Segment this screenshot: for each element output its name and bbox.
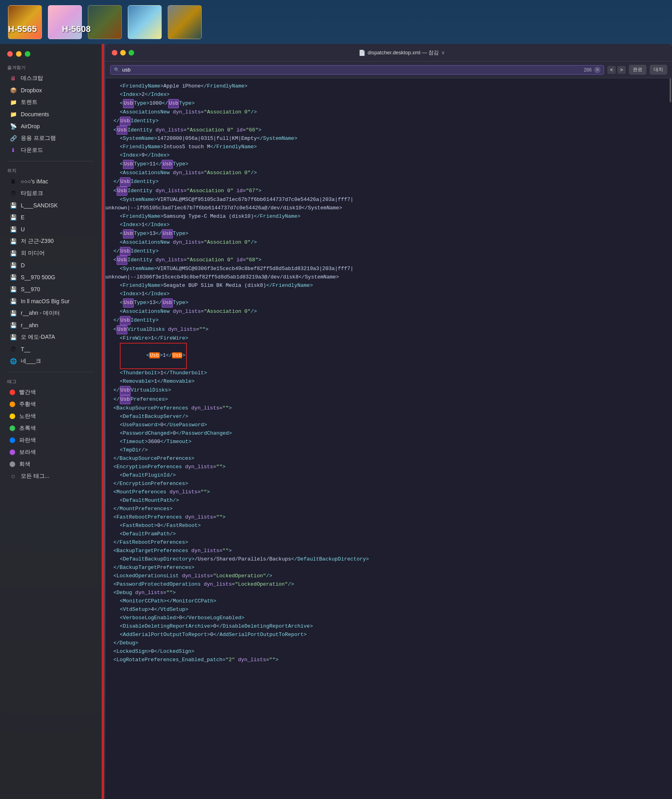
sidebar-item-timeloc[interactable]: ⏱ 타임로크: [2, 187, 99, 199]
sidebar-item-ode[interactable]: 💾 오 에도-DATA: [2, 331, 99, 343]
sidebar-label-sandisk: L___SANDISK: [21, 202, 92, 209]
sidebar-label-torrent: 토렌트: [21, 99, 92, 106]
tag-dot-yellow: [10, 413, 15, 419]
sidebar-item-downloads[interactable]: ⬇ 다운로드: [2, 144, 99, 156]
rahn-icon: 💾: [10, 322, 17, 329]
editor-maximize-button[interactable]: [129, 50, 134, 56]
sidebar-item-rahn-data[interactable]: 💾 r__ahn - 데이터: [2, 307, 99, 319]
documents-icon: 📁: [10, 111, 17, 118]
finder-sidebar: 즐겨찾기 🖥 데스크탑 📦 Dropbox 📁 토렌트 📁 Documents …: [0, 44, 102, 799]
resize-handle[interactable]: [102, 44, 104, 799]
code-line: <FireWire>1</FireWire>: [105, 334, 672, 343]
macos-icon: 💾: [10, 298, 17, 305]
code-line: <UsbType>11</UsbType>: [105, 160, 672, 169]
sidebar-tag-gray[interactable]: 회색: [2, 458, 99, 470]
code-line: </MountPreferences>: [105, 505, 672, 513]
sidebar-label-tag-gray: 회색: [19, 461, 92, 468]
code-line: <Index>2</Index>: [105, 91, 672, 99]
scrollbar-indicator[interactable]: [670, 78, 671, 102]
code-line: </FastRebootPreferences>: [105, 539, 672, 547]
editor-traffic-lights: [112, 50, 134, 56]
code-area[interactable]: <FriendlyName>Apple iPhone</FriendlyName…: [105, 78, 672, 799]
code-line: </Debug>: [105, 639, 672, 648]
desktop-icon: 🖥: [10, 75, 17, 82]
code-line: <SystemName>14720000|056a|0315|full|KM|E…: [105, 135, 672, 143]
code-line: <Thunderbolt>1</Thunderbolt>: [105, 369, 672, 378]
sidebar-item-e[interactable]: 💾 E: [2, 211, 99, 223]
sidebar-item-apps[interactable]: 🔗 응용 프로그램: [2, 132, 99, 144]
code-line: <AssociationsNew dyn_lists="Association …: [105, 308, 672, 316]
sidebar-label-ode: 오 에도-DATA: [21, 334, 92, 341]
editor-close-button[interactable]: [112, 50, 117, 56]
code-line: unknown|--l0306f3e15cecb49c8bef82ff5d8d5…: [105, 273, 672, 282]
sidebar-tag-red[interactable]: 빨간색: [2, 386, 99, 398]
tags-section: 태그 빨간색 주황색 노란색 초록색 파란색 보라색 회색: [0, 375, 101, 485]
thumbnail-4[interactable]: [128, 5, 162, 39]
thumbnail-3[interactable]: [88, 5, 122, 39]
sidebar-label-t: T__: [21, 346, 92, 352]
sidebar-item-airdrop[interactable]: 📡 AirDrop: [2, 120, 99, 132]
search-replace-button[interactable]: 대치: [650, 65, 667, 75]
code-line: <UsbIdentity dyn_lists="Association 0" i…: [105, 126, 672, 135]
sidebar-item-desktop[interactable]: 🖥 데스크탑: [2, 72, 99, 84]
search-input-wrapper[interactable]: 🔍 286 ✕: [110, 65, 604, 75]
sidebar-item-sandisk[interactable]: 💾 L___SANDISK: [2, 199, 99, 211]
sidebar-label-network: 네___크: [21, 358, 92, 365]
title-file-icon: 📄: [359, 50, 365, 56]
sidebar-item-media[interactable]: 💾 외 미디어: [2, 247, 99, 259]
code-line: <LogRotatePreferences_Enabled_patch="2" …: [105, 656, 672, 664]
sidebar-item-macos[interactable]: 💾 In ll macOS Big Sur: [2, 295, 99, 307]
ode-icon: 💾: [10, 334, 17, 341]
sidebar-item-d[interactable]: 💾 D: [2, 259, 99, 271]
sidebar-label-desktop: 데스크탑: [21, 75, 92, 82]
search-clear-button[interactable]: ✕: [594, 67, 601, 73]
sidebar-label-documents: Documents: [21, 111, 92, 117]
sidebar-item-network[interactable]: 🌐 네___크: [2, 355, 99, 367]
search-prev-button[interactable]: <: [607, 66, 616, 74]
close-button[interactable]: [7, 51, 13, 57]
sidebar-tag-blue[interactable]: 파란색: [2, 434, 99, 446]
sidebar-item-s970[interactable]: 💾 S__970: [2, 283, 99, 295]
code-line: <UsbVirtualDisks dyn_lists="">: [105, 325, 672, 334]
code-line: </BackupTargetPreferences>: [105, 564, 672, 572]
tag-dot-gray: [10, 461, 15, 467]
code-line: </UsbPreferences>: [105, 395, 672, 404]
sidebar-item-z390[interactable]: 💾 저 근근-Z390: [2, 235, 99, 247]
sidebar-item-s970-500[interactable]: 💾 S__970 500G: [2, 271, 99, 283]
code-line: <Index>1</Index>: [105, 221, 672, 229]
rahn-data-icon: 💾: [10, 310, 17, 317]
sidebar-item-documents[interactable]: 📁 Documents: [2, 108, 99, 120]
code-line: <VerboseLogEnabled>0</VerboseLogEnabled>: [105, 614, 672, 622]
sidebar-label-tag-green: 초록색: [19, 425, 92, 432]
sidebar-tag-purple[interactable]: 보라색: [2, 446, 99, 458]
minimize-button[interactable]: [16, 51, 22, 57]
search-input[interactable]: [122, 67, 581, 73]
favorites-header: 즐겨찾기: [0, 63, 101, 72]
thumbnail-5[interactable]: [168, 5, 202, 39]
editor-title-text: dispatcher.desktop.xml — 잠김: [368, 49, 439, 56]
code-line: <BackupTargetPreferences dyn_lists="">: [105, 547, 672, 555]
editor-title: 📄 dispatcher.desktop.xml — 잠김 ∨: [138, 49, 666, 56]
sidebar-label-media: 외 미디어: [21, 250, 92, 257]
sidebar-tag-orange[interactable]: 주황색: [2, 398, 99, 410]
sidebar-tag-all[interactable]: ○ 모든 태그...: [2, 470, 99, 482]
sidebar-item-t[interactable]: ⏱ T__: [2, 343, 99, 355]
sidebar-item-u[interactable]: 💾 U: [2, 223, 99, 235]
sidebar-tag-green[interactable]: 초록색: [2, 422, 99, 434]
sidebar-item-rahn[interactable]: 💾 r__ahn: [2, 319, 99, 331]
sidebar-item-dropbox[interactable]: 📦 Dropbox: [2, 84, 99, 96]
apps-icon: 🔗: [10, 135, 17, 142]
editor-minimize-button[interactable]: [120, 50, 126, 56]
code-line: <SystemName>VIRTUAL@MSC@f95105c3ad71ec67…: [105, 196, 672, 204]
search-next-button[interactable]: >: [617, 66, 626, 74]
sidebar-item-torrent[interactable]: 📁 토렌트: [2, 96, 99, 108]
sidebar-item-imac[interactable]: 🖥 ○○○'s iMac: [2, 175, 99, 187]
maximize-button[interactable]: [25, 51, 30, 57]
code-line: <VtdSetup>4</VtdSetup>: [105, 606, 672, 614]
code-line: </UsbVirtualDisks>: [105, 386, 672, 395]
search-count: 286: [584, 67, 592, 73]
code-line: <Debug dyn_lists="">: [105, 589, 672, 597]
search-done-button[interactable]: 완료: [629, 65, 646, 75]
top-thumbnails: [0, 0, 672, 44]
sidebar-tag-yellow[interactable]: 노란색: [2, 410, 99, 422]
